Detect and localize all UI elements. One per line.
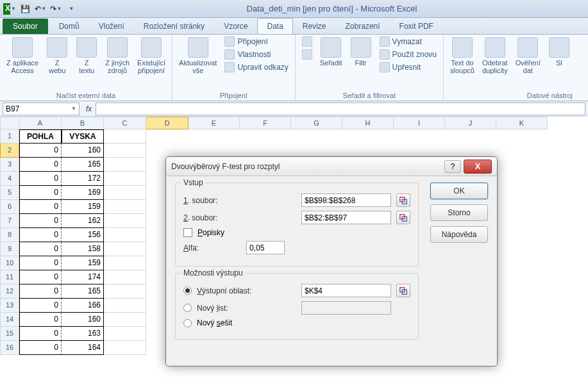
- cell[interactable]: 162: [62, 214, 104, 228]
- cell[interactable]: 158: [62, 242, 104, 256]
- btn-sort-desc[interactable]: [299, 49, 315, 60]
- tab-foxit[interactable]: Foxit PDF: [390, 18, 443, 34]
- fx-icon[interactable]: fx: [82, 104, 96, 113]
- cell[interactable]: [104, 313, 146, 327]
- input-new-sheet[interactable]: [301, 301, 391, 315]
- tab-data[interactable]: Data: [257, 18, 292, 34]
- cell[interactable]: [104, 144, 146, 158]
- btn-clear[interactable]: Vymazat: [377, 36, 439, 47]
- dialog-titlebar[interactable]: Dvouvýběrový F-test pro rozptyl ? X: [166, 157, 497, 176]
- cell[interactable]: [104, 284, 146, 299]
- col-header-h[interactable]: H: [342, 117, 394, 129]
- cell[interactable]: 174: [62, 270, 104, 284]
- cell[interactable]: 164: [62, 341, 104, 355]
- cell[interactable]: 0: [19, 172, 62, 186]
- tab-home[interactable]: Domů: [49, 18, 89, 34]
- cell[interactable]: 0: [19, 341, 62, 355]
- col-header-a[interactable]: A: [19, 117, 62, 129]
- row-header[interactable]: 13: [0, 299, 19, 313]
- cell[interactable]: 0: [19, 158, 62, 172]
- cell[interactable]: VYSKA: [62, 129, 104, 144]
- col-header-f[interactable]: F: [240, 117, 291, 129]
- col-header-j[interactable]: J: [445, 117, 496, 129]
- cell[interactable]: 159: [62, 200, 104, 214]
- cell[interactable]: [104, 214, 146, 228]
- btn-from-access[interactable]: Z aplikaceAccess: [4, 36, 41, 76]
- btn-filter[interactable]: Filtr: [348, 36, 374, 68]
- cell[interactable]: [104, 158, 146, 172]
- tab-formulas[interactable]: Vzorce: [214, 18, 257, 34]
- cell[interactable]: POHLA: [19, 129, 62, 144]
- row-header[interactable]: 4: [0, 172, 19, 186]
- cell[interactable]: 0: [19, 186, 62, 200]
- row-header[interactable]: 2: [0, 144, 19, 158]
- qat-redo-icon[interactable]: ↷▼: [49, 2, 63, 16]
- ok-button[interactable]: OK: [430, 183, 488, 199]
- qat-customize-icon[interactable]: ▼: [64, 2, 78, 16]
- btn-refresh-all[interactable]: Aktualizovatvše: [176, 36, 219, 76]
- cell[interactable]: [104, 200, 146, 214]
- range-picker-icon[interactable]: [396, 194, 410, 207]
- btn-from-other[interactable]: Z jinýchzdrojů: [103, 36, 132, 76]
- cell[interactable]: [104, 228, 146, 242]
- select-all-corner[interactable]: [0, 117, 19, 129]
- row-header[interactable]: 6: [0, 200, 19, 214]
- btn-sort[interactable]: Seřadit: [317, 36, 345, 68]
- dialog-close-icon[interactable]: X: [464, 160, 492, 174]
- btn-from-web[interactable]: Zwebu: [44, 36, 71, 76]
- cell[interactable]: 165: [62, 158, 104, 172]
- input-range2[interactable]: [301, 211, 391, 224]
- radio-output-range[interactable]: [183, 286, 192, 295]
- btn-properties[interactable]: Vlastnosti: [222, 49, 290, 60]
- cell[interactable]: 0: [19, 313, 62, 327]
- col-header-d[interactable]: D: [146, 117, 189, 129]
- row-header[interactable]: 9: [0, 242, 19, 256]
- cell[interactable]: 159: [62, 256, 104, 270]
- cell[interactable]: [104, 341, 146, 355]
- cell[interactable]: 0: [19, 284, 62, 299]
- btn-remove-duplicates[interactable]: Odebratduplicity: [480, 36, 510, 76]
- cell[interactable]: 0: [19, 200, 62, 214]
- btn-edit-links[interactable]: Upravit odkazy: [222, 62, 290, 73]
- radio-new-workbook[interactable]: [183, 319, 192, 327]
- cell[interactable]: 0: [19, 228, 62, 242]
- range-picker-icon[interactable]: [396, 284, 410, 297]
- btn-reapply[interactable]: Použít znovu: [377, 49, 439, 60]
- input-output-range[interactable]: [301, 284, 391, 297]
- cell[interactable]: 166: [62, 299, 104, 313]
- cell[interactable]: [104, 299, 146, 313]
- col-header-b[interactable]: B: [62, 117, 104, 129]
- cell[interactable]: [104, 242, 146, 256]
- row-header[interactable]: 14: [0, 313, 19, 327]
- row-header[interactable]: 5: [0, 186, 19, 200]
- row-header[interactable]: 8: [0, 228, 19, 242]
- row-header[interactable]: 16: [0, 341, 19, 355]
- formula-input[interactable]: [96, 103, 585, 115]
- tab-file[interactable]: Soubor: [3, 19, 48, 34]
- name-box[interactable]: B97▼: [3, 103, 80, 115]
- row-header[interactable]: 11: [0, 270, 19, 284]
- checkbox-labels[interactable]: [183, 228, 192, 237]
- tab-view[interactable]: Zobrazení: [336, 18, 390, 34]
- input-alfa[interactable]: [246, 241, 285, 254]
- btn-data-validation[interactable]: Ověřenídat: [513, 36, 543, 76]
- cell[interactable]: [104, 172, 146, 186]
- row-header[interactable]: 3: [0, 158, 19, 172]
- cell[interactable]: 156: [62, 228, 104, 242]
- cell[interactable]: [104, 327, 146, 341]
- cell[interactable]: [104, 270, 146, 284]
- chevron-down-icon[interactable]: ▼: [71, 106, 76, 111]
- cell[interactable]: 172: [62, 172, 104, 186]
- btn-advanced[interactable]: Upřesnit: [377, 62, 439, 73]
- col-header-k[interactable]: K: [496, 117, 548, 129]
- range-picker-icon[interactable]: [396, 211, 410, 224]
- tab-insert[interactable]: Vložení: [89, 18, 134, 34]
- row-header[interactable]: 12: [0, 284, 19, 299]
- col-header-i[interactable]: I: [394, 117, 445, 129]
- radio-new-sheet[interactable]: [183, 304, 192, 312]
- cell[interactable]: 0: [19, 327, 62, 341]
- cell[interactable]: 163: [62, 327, 104, 341]
- row-header[interactable]: 10: [0, 256, 19, 270]
- cell[interactable]: 0: [19, 144, 62, 158]
- cell[interactable]: 165: [62, 284, 104, 299]
